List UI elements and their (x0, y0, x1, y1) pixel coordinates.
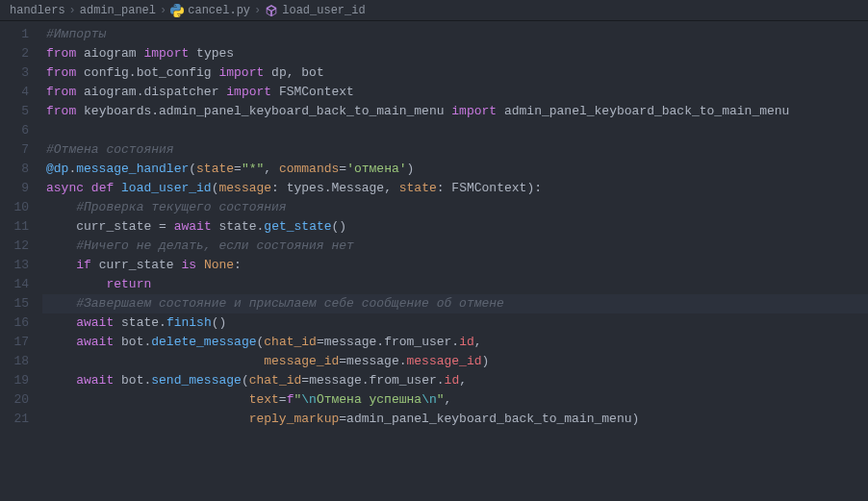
line-number: 1 (10, 25, 29, 44)
line-number: 2 (10, 44, 29, 63)
code-line[interactable]: @dp.message_handler(state="*", commands=… (42, 160, 868, 179)
line-number: 7 (10, 140, 29, 160)
code-line[interactable] (42, 121, 868, 140)
line-number: 20 (10, 390, 29, 410)
line-number: 4 (10, 83, 29, 102)
breadcrumb: handlers › admin_panel › cancel.py › loa… (0, 0, 868, 21)
breadcrumb-folder[interactable]: admin_panel (80, 4, 156, 17)
line-number: 18 (10, 352, 29, 371)
line-number: 13 (10, 256, 29, 275)
line-number: 11 (10, 217, 29, 237)
line-number: 15 (10, 294, 29, 313)
line-number: 8 (10, 160, 29, 179)
line-number: 16 (10, 313, 29, 333)
code-line[interactable]: await bot.delete_message(chat_id=message… (42, 333, 868, 352)
chevron-right-icon: › (254, 4, 261, 17)
line-number: 12 (10, 237, 29, 256)
line-number: 14 (10, 275, 29, 294)
line-number: 6 (10, 121, 29, 140)
line-number: 21 (10, 410, 29, 429)
code-line[interactable]: from keyboards.admin_panel_keyboard_back… (42, 102, 868, 121)
code-line[interactable]: text=f"\nОтмена успешна\n", (42, 390, 868, 410)
code-line[interactable]: #Завершаем состояние и присылаем себе со… (42, 294, 868, 313)
line-number-gutter: 1 2 3 4 5 6 7 8 9 10 11 12 13 14 15 16 1… (0, 21, 42, 501)
code-line[interactable]: from config.bot_config import dp, bot (42, 63, 868, 83)
code-line[interactable]: await bot.send_message(chat_id=message.f… (42, 371, 868, 390)
code-line[interactable]: #Отмена состояния (42, 140, 868, 160)
code-line[interactable]: #Импорты (42, 25, 868, 44)
line-number: 17 (10, 333, 29, 352)
code-line[interactable]: reply_markup=admin_panel_keyboard_back_t… (42, 410, 868, 429)
line-number: 9 (10, 179, 29, 198)
code-line[interactable]: #Ничего не делать, если состояния нет (42, 237, 868, 256)
code-line[interactable]: from aiogram.dispatcher import FSMContex… (42, 83, 868, 102)
code-line[interactable]: message_id=message.message_id) (42, 352, 868, 371)
code-line[interactable]: #Проверка текущего состояния (42, 198, 868, 217)
chevron-right-icon: › (160, 4, 166, 17)
line-number: 3 (10, 63, 29, 83)
code-line[interactable]: await state.finish() (42, 313, 868, 333)
line-number: 19 (10, 371, 29, 390)
line-number: 10 (10, 198, 29, 217)
breadcrumb-folder[interactable]: handlers (10, 4, 65, 17)
code-editor[interactable]: 1 2 3 4 5 6 7 8 9 10 11 12 13 14 15 16 1… (0, 21, 868, 501)
python-file-icon (170, 4, 184, 17)
code-line[interactable]: async def load_user_id(message: types.Me… (42, 179, 868, 198)
chevron-right-icon: › (69, 4, 76, 17)
breadcrumb-file[interactable]: cancel.py (170, 4, 250, 17)
code-line[interactable]: from aiogram import types (42, 44, 868, 63)
line-number: 5 (10, 102, 29, 121)
breadcrumb-symbol[interactable]: load_user_id (265, 4, 365, 17)
code-content[interactable]: #Импорты from aiogram import types from … (42, 21, 868, 501)
code-line[interactable]: curr_state = await state.get_state() (42, 217, 868, 237)
method-icon (265, 4, 278, 17)
code-line[interactable]: if curr_state is None: (42, 256, 868, 275)
code-line[interactable]: return (42, 275, 868, 294)
